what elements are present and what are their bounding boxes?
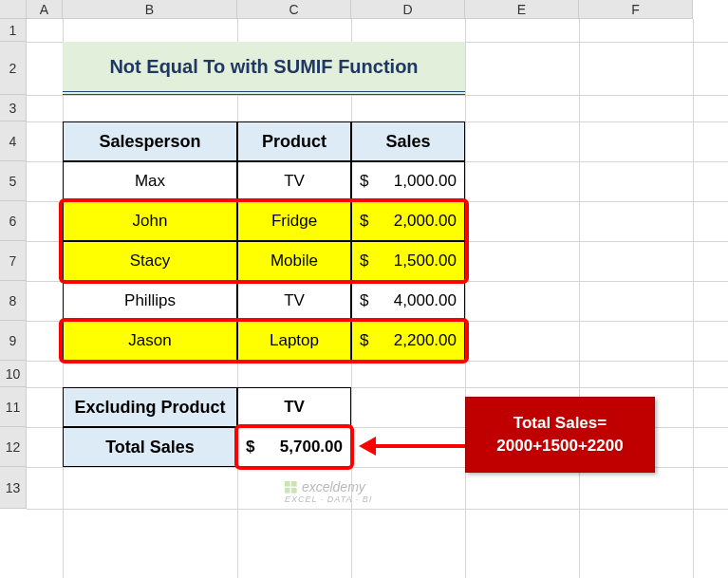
header-sales: Sales (351, 121, 465, 161)
callout-line1: Total Sales= (513, 412, 607, 435)
col-header-E[interactable]: E (465, 0, 579, 19)
cell-product[interactable]: Mobile (237, 241, 351, 281)
row-header-2[interactable]: 2 (0, 42, 27, 95)
row-header-3[interactable]: 3 (0, 95, 27, 121)
currency-symbol: $ (360, 172, 368, 191)
cell-salesperson[interactable]: Stacy (63, 241, 237, 281)
currency-symbol: $ (246, 438, 254, 457)
cell-salesperson[interactable]: Max (63, 161, 237, 201)
total-sales-value[interactable]: $5,700.00 (237, 427, 351, 467)
excluding-product-label: Excluding Product (63, 387, 237, 427)
row-header-9[interactable]: 9 (0, 321, 27, 361)
row-header-4[interactable]: 4 (0, 121, 27, 161)
watermark: exceldemyEXCEL · DATA · BI (285, 479, 372, 504)
row-header-13[interactable]: 13 (0, 467, 27, 509)
svg-rect-1 (291, 481, 297, 487)
sales-value: 4,000.00 (394, 291, 457, 310)
total-value: 5,700.00 (280, 438, 343, 457)
row-header-11[interactable]: 11 (0, 387, 27, 427)
currency-symbol: $ (360, 252, 368, 270)
row-header-8[interactable]: 8 (0, 281, 27, 321)
col-header-F[interactable]: F (579, 0, 693, 19)
currency-symbol: $ (360, 291, 368, 310)
currency-symbol: $ (360, 212, 368, 231)
sales-value: 1,500.00 (394, 252, 457, 270)
cell-sales[interactable]: $4,000.00 (351, 281, 465, 321)
arrow-line (376, 444, 465, 448)
watermark-sub: EXCEL · DATA · BI (285, 494, 372, 504)
cell-product[interactable]: Fridge (237, 201, 351, 241)
cell-sales[interactable]: $1,000.00 (351, 161, 465, 201)
cell-salesperson[interactable]: Jason (63, 321, 237, 361)
col-header-D[interactable]: D (351, 0, 465, 19)
arrow-head-icon (359, 437, 376, 456)
cell-sales[interactable]: $1,500.00 (351, 241, 465, 281)
cell-product[interactable]: Laptop (237, 321, 351, 361)
row-header-7[interactable]: 7 (0, 241, 27, 281)
cell-product[interactable]: TV (237, 281, 351, 321)
select-all-corner[interactable] (0, 0, 27, 19)
col-header-A[interactable]: A (27, 0, 63, 19)
row-header-12[interactable]: 12 (0, 427, 27, 467)
sales-value: 1,000.00 (394, 172, 457, 191)
currency-symbol: $ (360, 331, 368, 350)
cell-sales[interactable]: $2,000.00 (351, 201, 465, 241)
row-header-5[interactable]: 5 (0, 161, 27, 201)
sales-value: 2,200.00 (394, 331, 457, 350)
sales-value: 2,000.00 (394, 212, 457, 231)
row-header-6[interactable]: 6 (0, 201, 27, 241)
col-header-B[interactable]: B (63, 0, 237, 19)
excluding-product-value[interactable]: TV (237, 387, 351, 427)
cell-product[interactable]: TV (237, 161, 351, 201)
svg-rect-0 (285, 481, 290, 487)
cell-salesperson[interactable]: John (63, 201, 237, 241)
row-header-10[interactable]: 10 (0, 361, 27, 387)
watermark-main: exceldemy (302, 479, 365, 494)
header-salesperson: Salesperson (63, 121, 237, 161)
callout-line2: 2000+1500+2200 (496, 435, 623, 457)
row-header-1[interactable]: 1 (0, 19, 27, 42)
cell-sales[interactable]: $2,200.00 (351, 321, 465, 361)
col-header-C[interactable]: C (237, 0, 351, 19)
total-sales-label: Total Sales (63, 427, 237, 467)
spreadsheet-grid: ABCDEF12345678910111213Not Equal To with… (0, 0, 728, 578)
svg-rect-2 (285, 488, 290, 494)
header-product: Product (237, 121, 351, 161)
cell-salesperson[interactable]: Phillips (63, 281, 237, 321)
callout-box: Total Sales=2000+1500+2200 (465, 397, 655, 473)
page-title: Not Equal To with SUMIF Function (63, 42, 465, 95)
svg-rect-3 (291, 488, 297, 494)
